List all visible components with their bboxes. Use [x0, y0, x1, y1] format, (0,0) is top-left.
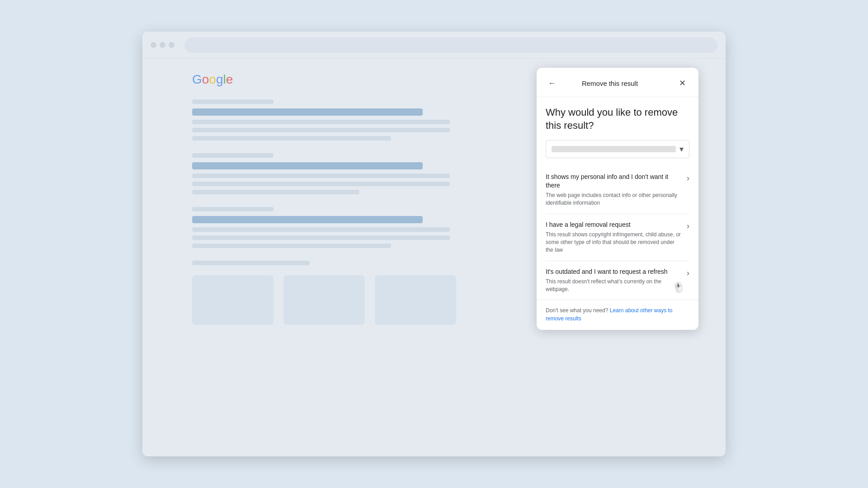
skeleton: [192, 227, 450, 232]
skeleton: [192, 235, 450, 240]
option-chevron-icon-1: ›: [687, 174, 689, 183]
option-desc-1: The web page includes contact info or ot…: [546, 192, 682, 207]
skeleton: [192, 136, 391, 141]
footer-prefix: Don't see what you need?: [546, 307, 610, 314]
option-title-2: I have a legal removal request: [546, 221, 682, 229]
option-chevron-icon-3: ›: [687, 268, 689, 278]
option-legal-removal[interactable]: I have a legal removal request This resu…: [546, 214, 689, 261]
option-text-2: I have a legal removal request This resu…: [546, 221, 682, 254]
browser-chrome: [142, 32, 726, 59]
option-desc-3: This result doesn't reflect what's curre…: [546, 278, 682, 294]
skeleton: [192, 99, 274, 104]
dropdown-select[interactable]: ▾: [546, 140, 689, 158]
dropdown-chevron-icon: ▾: [679, 144, 684, 154]
option-title-1: It shows my personal info and I don't wa…: [546, 173, 682, 190]
option-outdated[interactable]: It's outdated and I want to request a re…: [546, 261, 689, 300]
skeleton: [192, 120, 450, 124]
option-personal-info[interactable]: It shows my personal info and I don't wa…: [546, 166, 689, 214]
skeleton: [192, 207, 274, 211]
address-bar[interactable]: [184, 38, 717, 53]
bottom-card-1: [192, 275, 274, 325]
skeleton: [192, 244, 391, 248]
browser-dot-close: [151, 42, 156, 48]
skeleton: [192, 108, 423, 116]
skeleton: [192, 261, 310, 265]
option-desc-2: This result shows copyright infringement…: [546, 231, 682, 254]
modal-body: Why would you like to remove this result…: [537, 97, 698, 300]
option-text-1: It shows my personal info and I don't wa…: [546, 173, 682, 207]
browser-controls: [151, 42, 175, 48]
modal-footer: Don't see what you need? Learn about oth…: [537, 300, 698, 330]
option-chevron-icon-2: ›: [687, 221, 689, 231]
bottom-card-2: [283, 275, 365, 325]
option-title-3: It's outdated and I want to request a re…: [546, 267, 682, 276]
skeleton: [192, 162, 423, 169]
skeleton: [192, 182, 450, 186]
skeleton: [192, 190, 359, 194]
bottom-card-3: [375, 275, 456, 325]
modal-header: ← Remove this result ✕: [537, 68, 698, 97]
skeleton: [192, 153, 274, 158]
remove-result-modal: ← Remove this result ✕ Why would you lik…: [537, 68, 698, 330]
close-button[interactable]: ✕: [675, 76, 689, 90]
modal-title: Remove this result: [549, 80, 670, 87]
option-text-3: It's outdated and I want to request a re…: [546, 267, 682, 294]
browser-window: Google: [142, 32, 726, 456]
browser-dot-max: [169, 42, 175, 48]
skeleton: [192, 216, 423, 223]
modal-question: Why would you like to remove this result…: [546, 106, 689, 132]
dropdown-fill: [552, 146, 676, 152]
skeleton: [192, 174, 450, 178]
browser-dot-min: [160, 42, 165, 48]
skeleton: [192, 128, 450, 132]
